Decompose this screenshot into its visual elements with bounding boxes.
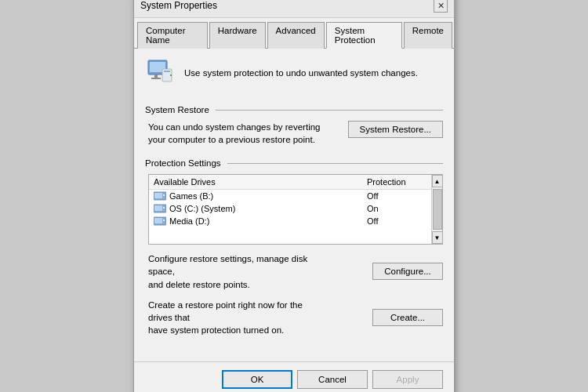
- svg-rect-11: [154, 205, 162, 211]
- svg-rect-8: [154, 193, 162, 198]
- drive-name-2: Media (D:): [169, 216, 367, 226]
- configure-desc: Configure restore settings, manage disk …: [148, 252, 328, 290]
- system-restore-content: You can undo system changes by reverting…: [145, 121, 443, 146]
- create-button[interactable]: Create...: [372, 309, 443, 326]
- drive-protection-2: Off: [367, 216, 437, 226]
- drives-table-header: Available Drives Protection: [149, 175, 442, 190]
- protection-settings-divider: [227, 163, 443, 164]
- scroll-thumb[interactable]: [433, 189, 442, 230]
- system-restore-label: System Restore: [145, 105, 443, 114]
- apply-button[interactable]: Apply: [372, 370, 443, 389]
- table-scrollbar[interactable]: ▲ ▼: [431, 175, 442, 244]
- footer-buttons: OK Cancel Apply: [134, 361, 454, 392]
- create-desc: Create a restore point right now for the…: [148, 299, 328, 336]
- configure-section: Configure restore settings, manage disk …: [145, 252, 443, 290]
- col-drives-header: Available Drives: [154, 177, 367, 187]
- scroll-down-button[interactable]: ▼: [432, 231, 443, 244]
- dialog-title: System Properties: [140, 0, 217, 11]
- svg-rect-14: [154, 218, 162, 223]
- svg-rect-2: [154, 74, 158, 78]
- svg-rect-15: [163, 220, 165, 221]
- svg-rect-12: [163, 207, 165, 209]
- tab-advanced[interactable]: Advanced: [267, 22, 325, 49]
- drive-icon-0: [154, 191, 166, 201]
- close-button[interactable]: ✕: [434, 0, 448, 13]
- drive-row[interactable]: Media (D:) Off: [149, 215, 442, 227]
- drive-icon-1: [154, 204, 166, 213]
- configure-button[interactable]: Configure...: [372, 263, 443, 280]
- tab-hardware[interactable]: Hardware: [209, 22, 266, 49]
- system-restore-title: System Restore: [145, 105, 209, 114]
- ok-button[interactable]: OK: [222, 370, 292, 389]
- title-bar: System Properties ✕: [134, 0, 454, 18]
- svg-rect-5: [164, 71, 170, 72]
- drive-row[interactable]: OS (C:) (System) On: [149, 202, 442, 215]
- cancel-button[interactable]: Cancel: [297, 370, 368, 389]
- scroll-up-button[interactable]: ▲: [432, 175, 443, 187]
- tab-system-protection[interactable]: System Protection: [326, 22, 402, 49]
- drive-protection-0: Off: [367, 191, 437, 201]
- drives-table: Available Drives Protection Games (B:) O…: [148, 174, 443, 245]
- svg-rect-9: [163, 194, 165, 196]
- system-restore-button[interactable]: System Restore...: [348, 121, 443, 138]
- svg-point-6: [170, 74, 172, 76]
- tabs-container: Computer Name Hardware Advanced System P…: [134, 18, 454, 49]
- col-protection-header: Protection: [367, 177, 437, 187]
- tab-computer-name[interactable]: Computer Name: [137, 22, 208, 49]
- system-restore-desc: You can undo system changes by reverting…: [148, 121, 321, 146]
- intro-text: Use system protection to undo unwanted s…: [184, 68, 418, 78]
- drive-icon-2: [154, 216, 166, 226]
- protection-settings-title: Protection Settings: [145, 158, 221, 168]
- drive-name-1: OS (C:) (System): [169, 204, 367, 213]
- drive-row[interactable]: Games (B:) Off: [149, 190, 442, 202]
- intro-section: Use system protection to undo unwanted s…: [145, 58, 443, 96]
- tab-remote[interactable]: Remote: [404, 22, 452, 49]
- drive-protection-1: On: [367, 204, 437, 213]
- system-restore-divider: [216, 110, 443, 111]
- system-properties-dialog: System Properties ✕ Computer Name Hardwa…: [133, 0, 455, 392]
- tab-content: Use system protection to undo unwanted s…: [134, 49, 454, 354]
- drive-name-0: Games (B:): [169, 191, 367, 201]
- svg-rect-3: [151, 78, 161, 79]
- computer-icon: [145, 58, 175, 88]
- create-section: Create a restore point right now for the…: [145, 299, 443, 336]
- protection-settings-label: Protection Settings: [145, 158, 443, 168]
